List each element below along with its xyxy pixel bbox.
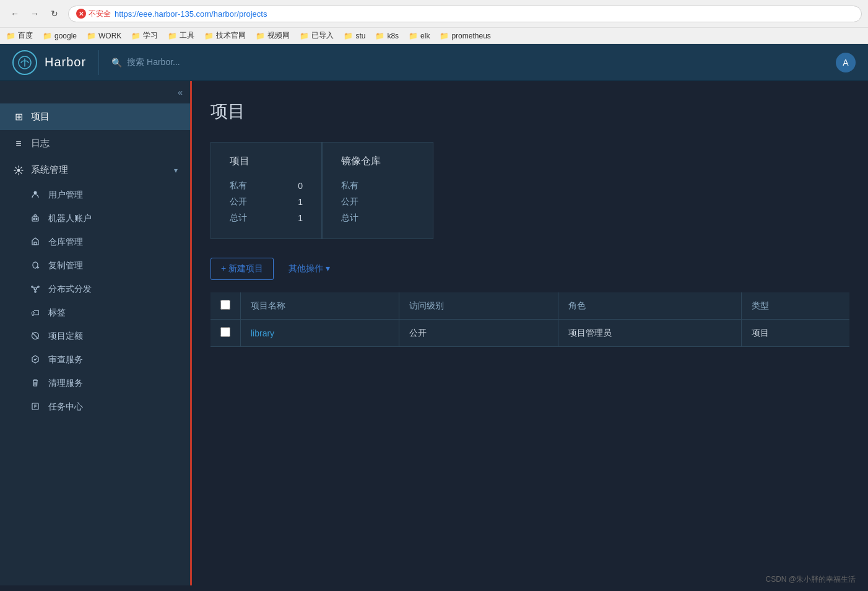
- url-text[interactable]: https://eee.harbor-135.com/harbor/projec…: [115, 9, 267, 19]
- other-ops-button[interactable]: 其他操作 ▾: [281, 258, 337, 279]
- sidebar-item-projects[interactable]: ⊞ 项目: [0, 103, 190, 130]
- logs-icon: ≡: [12, 138, 25, 149]
- registry-public-row: 公开: [341, 194, 414, 210]
- quota-icon: [31, 331, 42, 342]
- bookmark-item[interactable]: 📁prometheus: [440, 32, 490, 40]
- bookmark-item[interactable]: 📁stu: [344, 32, 365, 40]
- project-link[interactable]: library: [251, 328, 274, 338]
- app-wrapper: Harbor 🔍 搜索 Harbor... A « ⊞ 项目 ≡ 日志: [0, 44, 868, 585]
- bookmark-item[interactable]: 📁学习: [131, 30, 158, 41]
- sidebar-item-distribution[interactable]: 分布式分发: [0, 278, 190, 301]
- sidebar-item-tags[interactable]: 🏷 标签: [0, 301, 190, 325]
- user-avatar[interactable]: A: [836, 53, 856, 72]
- sidebar-collapse-button[interactable]: «: [0, 81, 190, 103]
- bookmark-item[interactable]: 📁工具: [168, 30, 194, 41]
- sidebar-item-robot-accounts[interactable]: 机器人账户: [0, 207, 190, 230]
- folder-icon: 📁: [440, 32, 449, 40]
- bookmark-item[interactable]: 📁google: [43, 32, 77, 40]
- app-header: Harbor 🔍 搜索 Harbor... A: [0, 44, 868, 81]
- user-mgmt-label: 用户管理: [48, 190, 83, 201]
- stats-row: 项目 私有 0 公开 1 总计 1 镜像仓库: [210, 142, 849, 239]
- sidebar-item-user-mgmt[interactable]: 用户管理: [0, 183, 190, 207]
- back-button[interactable]: ←: [6, 5, 24, 22]
- refresh-button[interactable]: ↻: [46, 5, 63, 22]
- cleanup-label: 清理服务: [48, 378, 83, 389]
- task-center-icon: [31, 402, 42, 413]
- folder-icon: 📁: [344, 32, 353, 40]
- table-header-type: 类型: [742, 292, 849, 320]
- bookmark-item[interactable]: 📁视频网: [256, 30, 290, 41]
- replication-icon: [31, 261, 42, 271]
- task-center-label: 任务中心: [48, 401, 83, 413]
- svg-point-6: [36, 218, 37, 219]
- row-checkbox-cell: [210, 320, 241, 347]
- app-logo-text: Harbor: [45, 55, 86, 69]
- svg-point-12: [35, 291, 36, 292]
- security-badge: ✕ 不安全: [76, 9, 111, 19]
- logo-area: Harbor: [12, 50, 99, 75]
- bookmark-item[interactable]: 📁elk: [409, 32, 430, 40]
- projects-public-row: 公开 1: [230, 194, 303, 210]
- folder-icon: 📁: [375, 32, 384, 40]
- sidebar-logs-label: 日志: [31, 138, 50, 149]
- svg-point-5: [33, 218, 35, 219]
- header-right: A: [836, 53, 856, 72]
- svg-point-10: [32, 286, 33, 287]
- table-header-role: 角色: [558, 292, 742, 320]
- svg-rect-8: [34, 242, 37, 245]
- projects-public-value: 1: [298, 197, 303, 207]
- bookmark-item[interactable]: 📁技术官网: [204, 30, 246, 41]
- projects-stats-card: 项目 私有 0 公开 1 总计 1: [210, 142, 322, 239]
- projects-public-label: 公开: [230, 196, 247, 208]
- registry-public-label: 公开: [341, 196, 358, 208]
- projects-total-value: 1: [298, 213, 303, 223]
- registry-stats-title: 镜像仓库: [341, 155, 414, 168]
- new-project-button[interactable]: + 新建项目: [210, 258, 274, 280]
- folder-icon: 📁: [87, 32, 96, 40]
- table-header-access: 访问级别: [399, 292, 558, 320]
- table-header-name: 项目名称: [241, 292, 399, 320]
- projects-toolbar: + 新建项目 其他操作 ▾: [210, 258, 849, 280]
- folder-icon: 📁: [300, 32, 309, 40]
- bookmark-item[interactable]: 📁WORK: [87, 32, 121, 40]
- sidebar-item-audit[interactable]: 审查服务: [0, 348, 190, 372]
- sidebar-item-task-center[interactable]: 任务中心: [0, 395, 190, 419]
- row-checkbox[interactable]: [220, 327, 230, 337]
- folder-icon: 📁: [409, 32, 418, 40]
- quota-label: 项目定额: [48, 331, 83, 342]
- robot-icon: [31, 214, 42, 224]
- sidebar-item-logs[interactable]: ≡ 日志: [0, 130, 190, 157]
- sidebar-item-quota[interactable]: 项目定额: [0, 325, 190, 348]
- folder-icon: 📁: [256, 32, 265, 40]
- table-header-checkbox[interactable]: [220, 300, 230, 310]
- table-row: library 公开 项目管理员 项目: [210, 320, 849, 347]
- svg-rect-4: [34, 215, 37, 217]
- audit-icon: [31, 355, 42, 366]
- address-bar[interactable]: ✕ 不安全 https://eee.harbor-135.com/harbor/…: [68, 6, 862, 22]
- svg-point-1: [17, 169, 20, 172]
- bookmark-item[interactable]: 📁k8s: [375, 32, 399, 40]
- projects-private-value: 0: [298, 181, 303, 191]
- sidebar-projects-label: 项目: [31, 111, 50, 123]
- svg-point-11: [38, 286, 39, 287]
- sidebar-item-cleanup[interactable]: 清理服务: [0, 372, 190, 395]
- bookmark-item[interactable]: 📁百度: [6, 30, 33, 41]
- row-access: 公开: [399, 320, 558, 347]
- folder-icon: 📁: [168, 32, 177, 40]
- sidebar-item-system[interactable]: 系统管理 ▾: [0, 157, 190, 183]
- svg-point-9: [34, 287, 37, 290]
- folder-icon: 📁: [204, 32, 214, 40]
- search-bar[interactable]: 🔍 搜索 Harbor...: [111, 57, 180, 68]
- tags-label: 标签: [48, 307, 66, 318]
- forward-button[interactable]: →: [26, 5, 43, 22]
- projects-private-row: 私有 0: [230, 178, 303, 194]
- sidebar-item-replication[interactable]: 复制管理: [0, 254, 190, 278]
- folder-icon: 📁: [43, 32, 52, 40]
- projects-table: 项目名称 访问级别 角色 类型: [210, 292, 849, 347]
- audit-label: 审查服务: [48, 354, 83, 366]
- projects-total-row: 总计 1: [230, 210, 303, 226]
- bookmark-item[interactable]: 📁已导入: [300, 30, 334, 41]
- sidebar-item-warehouse[interactable]: 仓库管理: [0, 230, 190, 254]
- warehouse-label: 仓库管理: [48, 237, 83, 248]
- registry-private-row: 私有: [341, 178, 414, 194]
